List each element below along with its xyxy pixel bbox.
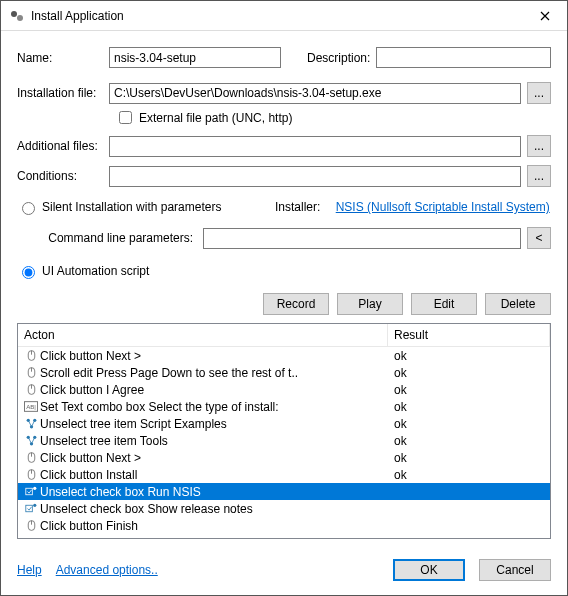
table-row[interactable]: Unselect tree item Script Examplesok	[18, 415, 550, 432]
result-text: ok	[390, 366, 548, 380]
name-label: Name:	[17, 51, 103, 65]
action-text: Unselect tree item Script Examples	[40, 417, 227, 431]
tree-icon	[24, 417, 38, 431]
result-text: ok	[390, 349, 548, 363]
table-row[interactable]: Unselect tree item Toolsok	[18, 432, 550, 449]
help-link[interactable]: Help	[17, 563, 42, 577]
conditions-browse-button[interactable]: ...	[527, 165, 551, 187]
collapse-button[interactable]: <	[527, 227, 551, 249]
external-path-checkbox[interactable]	[119, 111, 132, 124]
description-input[interactable]	[376, 47, 551, 68]
column-result[interactable]: Result	[388, 324, 550, 346]
table-row[interactable]: Click button Installok	[18, 466, 550, 483]
edit-button[interactable]: Edit	[411, 293, 477, 315]
mouse-icon	[24, 383, 38, 397]
table-row[interactable]: Click button I Agreeok	[18, 381, 550, 398]
silent-install-radio[interactable]	[22, 202, 35, 215]
installer-link[interactable]: NSIS (Nullsoft Scriptable Install System…	[336, 200, 550, 214]
table-row[interactable]: Unselect check box Run NSIS	[18, 483, 550, 500]
table-row[interactable]: Unselect check box Show release notes	[18, 500, 550, 517]
mouse-icon	[24, 451, 38, 465]
play-button[interactable]: Play	[337, 293, 403, 315]
svg-point-0	[11, 11, 17, 17]
conditions-label: Conditions:	[17, 169, 103, 183]
table-row[interactable]: Scroll edit Press Page Down to see the r…	[18, 364, 550, 381]
name-input[interactable]	[109, 47, 281, 68]
table-row[interactable]: Click button Next >ok	[18, 347, 550, 364]
table-row[interactable]: AB|Set Text combo box Select the type of…	[18, 398, 550, 415]
installation-file-browse-button[interactable]: ...	[527, 82, 551, 104]
close-icon	[540, 11, 550, 21]
svg-point-23	[33, 504, 36, 507]
action-text: Scroll edit Press Page Down to see the r…	[40, 366, 298, 380]
mouse-icon	[24, 349, 38, 363]
cmd-params-label: Command line parameters:	[37, 231, 197, 245]
action-text: Click button Next >	[40, 349, 141, 363]
action-text: Unselect check box Run NSIS	[40, 485, 201, 499]
window-title: Install Application	[31, 9, 523, 23]
result-text: ok	[390, 400, 548, 414]
description-label: Description:	[307, 51, 370, 65]
action-text: Click button Next >	[40, 451, 141, 465]
action-text: Click button I Agree	[40, 383, 144, 397]
abi-icon: AB|	[24, 400, 38, 414]
result-text: ok	[390, 451, 548, 465]
list-header: Acton Result	[18, 324, 550, 347]
action-list[interactable]: Acton Result Click button Next >okScroll…	[17, 323, 551, 539]
action-text: Click button Install	[40, 468, 137, 482]
additional-files-input[interactable]	[109, 136, 521, 157]
close-button[interactable]	[523, 1, 567, 31]
action-text: Unselect check box Show release notes	[40, 502, 253, 516]
column-action[interactable]: Acton	[18, 324, 388, 346]
installer-label: Installer:	[275, 200, 320, 214]
conditions-input[interactable]	[109, 166, 521, 187]
cancel-button[interactable]: Cancel	[479, 559, 551, 581]
ok-button[interactable]: OK	[393, 559, 465, 581]
additional-files-browse-button[interactable]: ...	[527, 135, 551, 157]
table-row[interactable]: Click button Finish	[18, 517, 550, 534]
delete-button[interactable]: Delete	[485, 293, 551, 315]
action-text: Click button Finish	[40, 519, 138, 533]
mouse-icon	[24, 366, 38, 380]
ui-automation-radio[interactable]	[22, 266, 35, 279]
advanced-options-link[interactable]: Advanced options..	[56, 563, 158, 577]
svg-rect-20	[25, 488, 32, 495]
mouse-icon	[24, 468, 38, 482]
titlebar: Install Application	[1, 1, 567, 31]
check-icon	[24, 485, 38, 499]
mouse-icon	[24, 519, 38, 533]
installation-file-label: Installation file:	[17, 86, 103, 100]
table-row[interactable]: Click button Next >ok	[18, 449, 550, 466]
app-icon	[9, 8, 25, 24]
check-icon	[24, 502, 38, 516]
action-text: Set Text combo box Select the type of in…	[40, 400, 279, 414]
result-text: ok	[390, 383, 548, 397]
result-text: ok	[390, 434, 548, 448]
silent-install-label: Silent Installation with parameters	[42, 200, 221, 214]
tree-icon	[24, 434, 38, 448]
svg-rect-22	[25, 505, 32, 512]
installation-file-input[interactable]	[109, 83, 521, 104]
ui-automation-label: UI Automation script	[42, 264, 149, 278]
result-text: ok	[390, 417, 548, 431]
cmd-params-input[interactable]	[203, 228, 521, 249]
external-path-label: External file path (UNC, http)	[139, 111, 292, 125]
svg-text:AB|: AB|	[26, 403, 36, 410]
svg-point-1	[17, 15, 23, 21]
additional-files-label: Additional files:	[17, 139, 103, 153]
svg-point-21	[33, 487, 36, 490]
record-button[interactable]: Record	[263, 293, 329, 315]
action-text: Unselect tree item Tools	[40, 434, 168, 448]
result-text: ok	[390, 468, 548, 482]
